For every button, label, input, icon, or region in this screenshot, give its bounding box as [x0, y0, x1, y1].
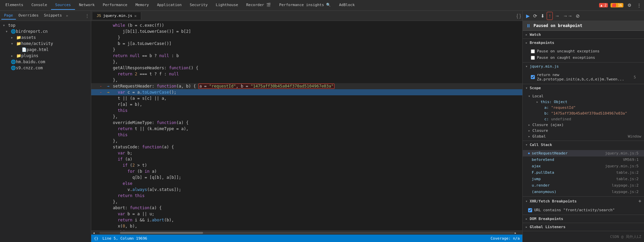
- code-line-3: }: [91, 34, 522, 41]
- scope-arrow: ▾: [525, 86, 528, 90]
- jquery-bp-checkbox[interactable]: [531, 75, 535, 79]
- sidebar-tabs: Page Overrides Snippets » ⋮: [0, 11, 91, 21]
- scroll-track[interactable]: [99, 232, 514, 234]
- global-val: Window: [628, 134, 641, 139]
- pause-caught-checkbox[interactable]: [531, 56, 535, 60]
- nav-tab-lighthouse[interactable]: Lighthouse: [212, 1, 242, 10]
- dom-bp-section-header[interactable]: ▸ DOM Breakpoints: [523, 215, 644, 223]
- nav-tab-memory[interactable]: Memory: [131, 1, 153, 10]
- this-item[interactable]: ▸ this: Object: [534, 99, 644, 105]
- more-button[interactable]: ⋮: [636, 2, 643, 8]
- breakpoints-section-header[interactable]: ▸ Breakpoints: [523, 39, 644, 47]
- code-content[interactable]: while (b = c.exec(f)) j[b[1].toLowerCase…: [91, 21, 522, 231]
- nav-tab-application[interactable]: Application: [153, 1, 186, 10]
- xhrbp-add-button[interactable]: +: [639, 198, 641, 204]
- nav-tab-security[interactable]: Security: [186, 1, 212, 10]
- scope-b-key: b:: [544, 111, 549, 116]
- xhrbp-arrow: ▾: [525, 199, 528, 203]
- cs-name-1: beforeSend: [532, 158, 621, 162]
- jquery-file-label: jquery.min.js: [530, 64, 559, 69]
- sidebar-tab-page[interactable]: Page: [1, 12, 16, 20]
- code-line-close3: },: [91, 199, 522, 205]
- code-line-abort: abort: function(a) {: [91, 205, 522, 211]
- code-line-else: else: [91, 180, 522, 187]
- tree-item-top[interactable]: ▾ top: [0, 22, 91, 28]
- cs-item-setrequestheader[interactable]: ● setRequestHeader jquery.min.js:5: [523, 150, 644, 156]
- nav-tab-adblock[interactable]: AdBlock: [335, 1, 358, 10]
- tree-label-top: top: [8, 23, 16, 28]
- nav-right: ▲ 2 🟥 16 ⚙ ⋮: [599, 2, 643, 8]
- code-line-5: }: [91, 47, 522, 53]
- nav-tab-sources[interactable]: Sources: [51, 1, 75, 10]
- resume-button[interactable]: ▶: [525, 13, 531, 19]
- jquery-section-header[interactable]: ▾ jquery.min.js: [523, 63, 644, 70]
- cs-file-6: laypage.js:2: [612, 190, 639, 194]
- tree-item-plugins[interactable]: ▸ 📁 plugins: [0, 53, 91, 59]
- horizontal-scrollbar[interactable]: ◂ ▸: [91, 231, 522, 235]
- watch-section: ▸ Watch: [523, 31, 644, 39]
- cs-item-jump[interactable]: ● jump table.js:2: [523, 176, 644, 182]
- local-scope-header[interactable]: ▾ Local: [523, 93, 644, 99]
- step-button[interactable]: →: [553, 13, 561, 19]
- tree-item-pagehtml[interactable]: 📄 page.html: [0, 47, 91, 53]
- tree-item-homeactivity[interactable]: ▾ 📁 home/activity: [0, 41, 91, 47]
- call-stack-content: ● setRequestHeader jquery.min.js:5 ● bef…: [523, 149, 644, 196]
- step-out-button[interactable]: ↑: [547, 12, 553, 20]
- nav-tab-elements[interactable]: Elements: [1, 1, 27, 10]
- scroll-thumb[interactable]: [120, 232, 203, 234]
- deactivate-breakpoints[interactable]: ⊘: [574, 13, 581, 19]
- sidebar-menu-button[interactable]: ⋮: [85, 13, 90, 19]
- nav-tab-perf-insights[interactable]: Performance insights 🔍: [275, 1, 335, 10]
- sidebar-tab-overrides[interactable]: Overrides: [16, 12, 42, 20]
- scope-content: ▾ Local ▸ this: Object a: "requestId": [523, 92, 644, 141]
- nav-tab-recorder[interactable]: Recorder 🎬: [242, 1, 275, 10]
- cs-item-fpulldata[interactable]: ● F.pullData table.js:2: [523, 169, 644, 176]
- step-over-button[interactable]: ⟳: [532, 13, 539, 19]
- cs-item-anonymous[interactable]: ● (anonymous) laypage.js:2: [523, 189, 644, 195]
- local-arrow: ▾: [528, 94, 530, 98]
- cs-item-beforesend[interactable]: ● beforeSend VM569:1: [523, 156, 644, 163]
- editor-tab-jquery[interactable]: JS jquery.min.js ✕: [93, 12, 141, 20]
- tab-close-button[interactable]: ✕: [134, 14, 137, 18]
- xhrbp-section-header[interactable]: ▾ XHR/fetch Breakpoints +: [523, 197, 644, 205]
- continue-to-here[interactable]: →→: [562, 13, 574, 19]
- tree-item-hmbaiducom[interactable]: 🌐 hm.baidu.com: [0, 59, 91, 65]
- sidebar-tab-snippets[interactable]: Snippets: [41, 12, 65, 20]
- scope-section: ▾ Scope ▾ Local ▸ this: Object: [523, 84, 644, 141]
- watch-section-header[interactable]: ▸ Watch: [523, 31, 644, 39]
- tree-item-assets[interactable]: ▸ 📁 assets: [0, 34, 91, 41]
- code-line-statuscode: statusCode: function(a) {: [91, 144, 522, 150]
- scope-c-item: c: undefined: [534, 116, 644, 122]
- nav-tab-console[interactable]: Console: [27, 1, 51, 10]
- pause-uncaught-checkbox[interactable]: [531, 49, 535, 53]
- code-line-setrequestheader: - → setRequestHeader: function(a, b) { a…: [91, 83, 522, 89]
- nav-tab-performance[interactable]: Performance: [99, 1, 131, 10]
- step-into-button[interactable]: ⬇: [539, 13, 546, 19]
- scope-section-header[interactable]: ▾ Scope: [523, 84, 644, 92]
- xhrbp-url-label: URL contains "front/activity/search": [534, 208, 615, 212]
- dom-bp-arrow: ▸: [525, 217, 528, 221]
- code-line-tor: t || (a = s[c] || a,: [91, 95, 522, 101]
- cs-file-2: jquery.min.js:5: [605, 164, 639, 168]
- scope-a-item: a: "requestId": [534, 105, 644, 111]
- code-line-varb: var b;: [91, 150, 522, 156]
- sidebar-tab-more[interactable]: »: [66, 14, 68, 18]
- tree-item-s9cnzzcom[interactable]: 🌐 s9.cnzz.com: [0, 65, 91, 71]
- closure-header[interactable]: ▸ Closure: [523, 128, 644, 134]
- code-line-forbia: for (b in a): [91, 168, 522, 174]
- scope-b-val: "1475aff30b45a04f370ad5104967e03a": [551, 111, 627, 116]
- cs-item-urender[interactable]: ● u.render laypage.js:2: [523, 182, 644, 189]
- format-button[interactable]: { }: [517, 13, 521, 19]
- global-scope-item[interactable]: ▸ Global Window: [523, 134, 644, 139]
- pause-caught-item: Pause on caught exceptions: [523, 54, 644, 61]
- nav-tab-network[interactable]: Network: [75, 1, 99, 10]
- warning-badge: 🟥 16: [611, 3, 623, 7]
- xhrbp-checkbox-1[interactable]: [528, 208, 532, 212]
- tree-item-birdreport[interactable]: ▾ 🌐 birdreport.cn: [0, 28, 91, 34]
- global-listeners-header[interactable]: ▸ Global Listeners: [523, 223, 644, 231]
- globe-icon-hmbaiducom: 🌐: [11, 59, 16, 64]
- cs-item-ajax[interactable]: ● ajax jquery.min.js:5: [523, 163, 644, 169]
- settings-button[interactable]: ⚙: [626, 2, 633, 8]
- call-stack-section-header[interactable]: ▾ Call Stack: [523, 141, 644, 149]
- closure-ajax-header[interactable]: ▸ Closure (ajax): [523, 122, 644, 128]
